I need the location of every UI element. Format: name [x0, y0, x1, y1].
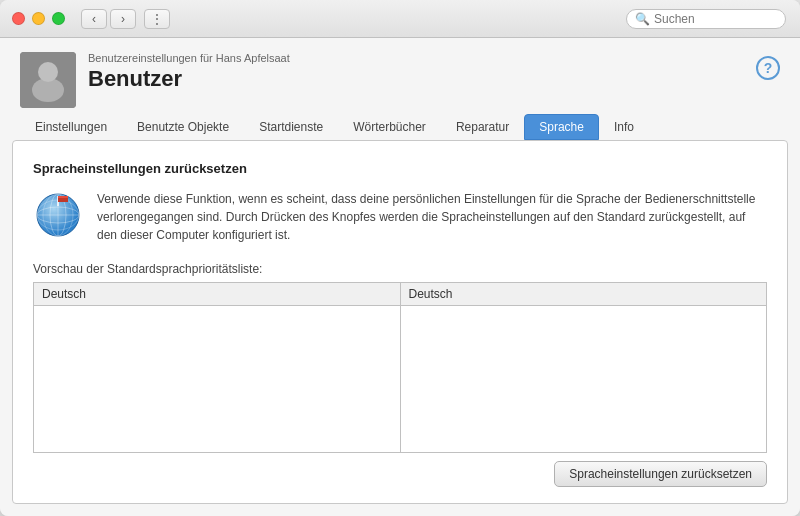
header-title: Benutzer — [88, 66, 756, 92]
globe-svg — [35, 192, 81, 238]
language-column-2: Deutsch — [401, 283, 767, 452]
search-input[interactable] — [654, 12, 777, 26]
language-table: Deutsch Deutsch — [33, 282, 767, 453]
titlebar: ‹ › ⋮ 🔍 — [0, 0, 800, 38]
tab-startdienste[interactable]: Startdienste — [244, 114, 338, 140]
close-button[interactable] — [12, 12, 25, 25]
language-column-1: Deutsch — [34, 283, 401, 452]
forward-button[interactable]: › — [110, 9, 136, 29]
preview-label: Vorschau der Standardsprachprioritätslis… — [33, 262, 767, 276]
header-text: Benutzereinstellungen für Hans Apfelsaat… — [88, 52, 756, 92]
svg-rect-12 — [58, 196, 68, 198]
nav-buttons: ‹ › — [81, 9, 136, 29]
info-help-button[interactable]: ? — [756, 56, 780, 80]
tab-benutzte-objekte[interactable]: Benutzte Objekte — [122, 114, 244, 140]
avatar-svg — [20, 52, 76, 108]
panel-title: Spracheinstellungen zurücksetzen — [33, 161, 767, 176]
tab-einstellungen[interactable]: Einstellungen — [20, 114, 122, 140]
traffic-lights — [12, 12, 65, 25]
lang-column-1-body — [34, 306, 400, 452]
main-panel: Spracheinstellungen zurücksetzen — [12, 140, 788, 504]
maximize-button[interactable] — [52, 12, 65, 25]
reset-section: Verwende diese Funktion, wenn es scheint… — [33, 190, 767, 244]
tab-woerterbuecher[interactable]: Wörterbücher — [338, 114, 441, 140]
tabs-container: Einstellungen Benutzte Objekte Startdien… — [0, 108, 800, 140]
grid-button[interactable]: ⋮ — [144, 9, 170, 29]
header-subtitle: Benutzereinstellungen für Hans Apfelsaat — [88, 52, 756, 64]
search-icon: 🔍 — [635, 12, 650, 26]
tab-reparatur[interactable]: Reparatur — [441, 114, 524, 140]
user-avatar — [20, 52, 76, 108]
header-row: Benutzereinstellungen für Hans Apfelsaat… — [0, 38, 800, 108]
back-button[interactable]: ‹ — [81, 9, 107, 29]
lang-column-2-header: Deutsch — [401, 283, 767, 306]
bottom-bar: Spracheinstellungen zurücksetzen — [33, 453, 767, 487]
reset-language-button[interactable]: Spracheinstellungen zurücksetzen — [554, 461, 767, 487]
search-box: 🔍 — [626, 9, 786, 29]
svg-point-2 — [38, 62, 58, 82]
tab-sprache[interactable]: Sprache — [524, 114, 599, 140]
reset-description: Verwende diese Funktion, wenn es scheint… — [97, 190, 767, 244]
minimize-button[interactable] — [32, 12, 45, 25]
tab-info[interactable]: Info — [599, 114, 649, 140]
globe-icon — [33, 190, 83, 240]
lang-column-1-header: Deutsch — [34, 283, 400, 306]
content-area: Benutzereinstellungen für Hans Apfelsaat… — [0, 38, 800, 516]
lang-column-2-body — [401, 306, 767, 452]
